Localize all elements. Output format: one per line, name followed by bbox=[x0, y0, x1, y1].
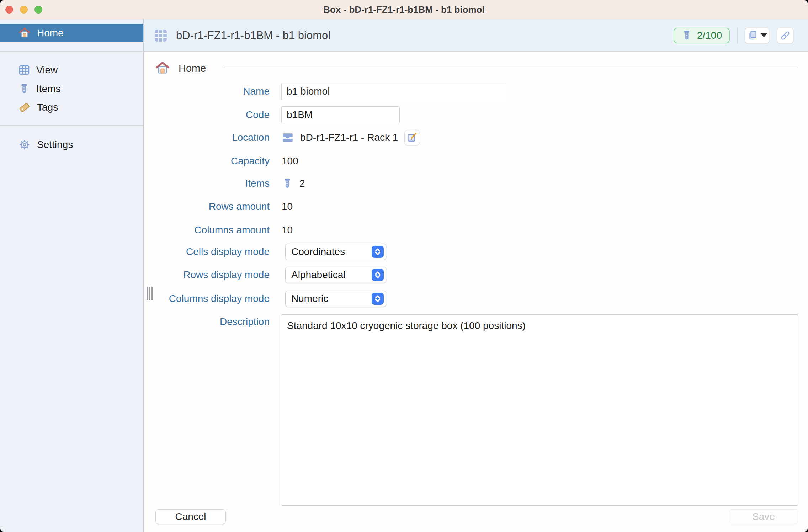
capacity-badge: 2/100 bbox=[674, 28, 730, 43]
sidebar-item-home[interactable]: Home bbox=[0, 24, 143, 42]
rows-display-label: Rows display mode bbox=[144, 269, 270, 281]
name-label: Name bbox=[144, 86, 270, 97]
pencil-edit-icon bbox=[406, 132, 418, 143]
columns-display-select[interactable]: Numeric bbox=[285, 291, 386, 307]
description-label: Description bbox=[144, 316, 270, 328]
cells-display-value: Coordinates bbox=[291, 246, 345, 257]
test-tube-icon bbox=[18, 83, 30, 95]
sidebar-divider bbox=[0, 125, 143, 126]
columns-display-label: Columns display mode bbox=[144, 293, 270, 304]
location-value-group: bD-r1-FZ1-r1 - Rack 1 bbox=[282, 130, 420, 145]
select-stepper-icon bbox=[372, 269, 384, 281]
test-tube-icon bbox=[681, 30, 692, 41]
rows-display-select[interactable]: Alphabetical bbox=[285, 267, 386, 283]
columns-display-value: Numeric bbox=[291, 293, 328, 304]
rows-display-value: Alphabetical bbox=[291, 269, 346, 281]
section-header: Home bbox=[155, 61, 206, 76]
window-title: Box - bD-r1-FZ1-r1-b1BM - b1 biomol bbox=[0, 0, 808, 19]
sidebar-item-view[interactable]: View bbox=[0, 62, 143, 78]
storage-drawer-icon bbox=[282, 132, 294, 144]
sidebar-item-label: Items bbox=[36, 83, 60, 95]
sidebar-item-settings[interactable]: Settings bbox=[0, 137, 143, 153]
select-stepper-icon bbox=[372, 246, 384, 258]
sidebar-item-items[interactable]: Items bbox=[0, 81, 143, 97]
name-input[interactable] bbox=[281, 83, 506, 100]
cells-display-select[interactable]: Coordinates bbox=[285, 244, 386, 260]
rows-amount-label: Rows amount bbox=[144, 201, 270, 212]
sidebar-item-label: Home bbox=[37, 27, 64, 39]
page-header: bD-r1-FZ1-r1-b1BM - b1 biomol 2/100 bbox=[144, 19, 808, 52]
sidebar-item-label: Tags bbox=[37, 102, 58, 113]
tag-icon bbox=[18, 101, 31, 113]
items-value: 2 bbox=[299, 178, 305, 189]
box-grid-icon bbox=[154, 29, 168, 42]
description-textarea[interactable]: Standard 10x10 cryogenic storage box (10… bbox=[281, 314, 798, 506]
section-divider bbox=[222, 68, 798, 68]
view-switcher-button[interactable] bbox=[745, 27, 770, 44]
header-bottom-divider bbox=[0, 51, 808, 52]
columns-amount-value: 10 bbox=[282, 224, 293, 236]
items-label: Items bbox=[144, 178, 270, 189]
home-icon bbox=[18, 27, 31, 39]
section-title: Home bbox=[179, 63, 206, 74]
code-label: Code bbox=[144, 109, 270, 121]
page-title: bD-r1-FZ1-r1-b1BM - b1 biomol bbox=[176, 29, 330, 42]
capacity-label: Capacity bbox=[144, 155, 270, 167]
header-divider bbox=[737, 27, 738, 44]
chevron-down-icon bbox=[761, 33, 767, 37]
titlebar: Box - bD-r1-FZ1-r1-b1BM - b1 biomol bbox=[0, 0, 808, 19]
sidebar-item-tags[interactable]: Tags bbox=[0, 99, 143, 116]
columns-amount-label: Columns amount bbox=[144, 224, 270, 236]
rows-amount-value: 10 bbox=[282, 201, 293, 212]
sidebar-item-label: View bbox=[36, 64, 58, 76]
select-stepper-icon bbox=[372, 293, 384, 305]
home-icon bbox=[155, 61, 170, 76]
save-button[interactable]: Save bbox=[729, 509, 798, 524]
cancel-button[interactable]: Cancel bbox=[155, 509, 226, 524]
test-tube-icon bbox=[282, 178, 293, 189]
pages-icon bbox=[747, 30, 758, 41]
app-window: Box - bD-r1-FZ1-r1-b1BM - b1 biomol Home… bbox=[0, 0, 808, 532]
grid-icon bbox=[18, 64, 30, 76]
items-value-group: 2 bbox=[282, 178, 305, 189]
capacity-badge-count: 2/100 bbox=[697, 30, 722, 41]
gear-icon bbox=[18, 139, 31, 151]
capacity-value: 100 bbox=[282, 155, 298, 167]
sidebar-item-label: Settings bbox=[37, 139, 73, 150]
link-icon bbox=[780, 30, 791, 41]
sidebar: Home View Items Tags Settings bbox=[0, 19, 143, 532]
code-input[interactable] bbox=[281, 106, 400, 123]
header-controls: 2/100 bbox=[674, 27, 794, 44]
cells-display-label: Cells display mode bbox=[144, 246, 270, 257]
copy-link-button[interactable] bbox=[777, 27, 794, 44]
edit-location-button[interactable] bbox=[404, 130, 420, 145]
location-value: bD-r1-FZ1-r1 - Rack 1 bbox=[300, 132, 398, 143]
location-label: Location bbox=[144, 132, 270, 143]
